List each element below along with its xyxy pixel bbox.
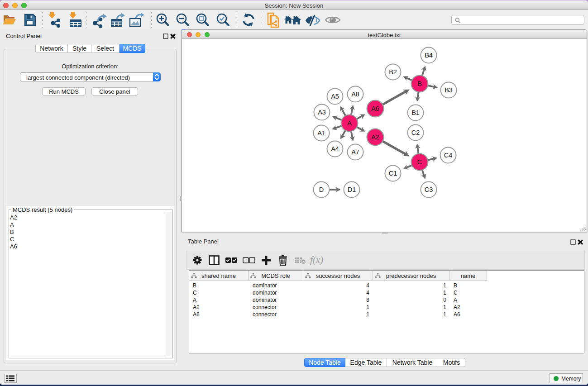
svg-text:A: A (347, 119, 352, 127)
svg-text:D1: D1 (348, 186, 356, 193)
svg-text:A2: A2 (371, 133, 379, 141)
svg-text:C2: C2 (411, 129, 420, 136)
svg-text:B4: B4 (425, 52, 433, 59)
svg-text:B2: B2 (389, 68, 397, 76)
svg-text:B1: B1 (411, 109, 420, 116)
svg-text:A3: A3 (318, 109, 326, 116)
svg-text:B3: B3 (445, 86, 453, 94)
svg-text:C: C (417, 158, 422, 166)
svg-text:C3: C3 (425, 186, 433, 193)
svg-text:A4: A4 (331, 145, 339, 152)
svg-text:A1: A1 (317, 129, 325, 137)
svg-text:C1: C1 (389, 170, 397, 177)
svg-text:A5: A5 (331, 93, 339, 100)
svg-text:A8: A8 (351, 91, 359, 98)
svg-text:A6: A6 (371, 105, 379, 112)
svg-text:A7: A7 (351, 148, 359, 156)
svg-text:C4: C4 (444, 152, 453, 159)
svg-text:D: D (319, 186, 324, 193)
svg-text:B: B (417, 80, 422, 87)
